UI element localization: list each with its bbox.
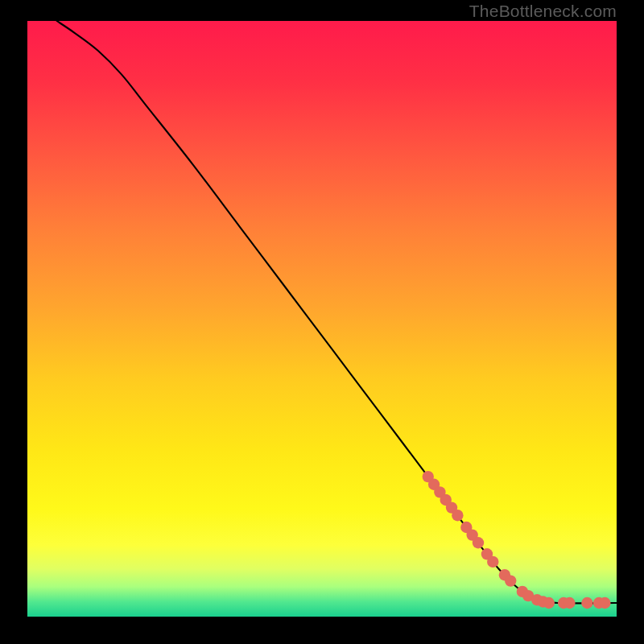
data-point <box>581 597 592 609</box>
gradient-background <box>27 21 617 617</box>
data-point <box>487 556 498 568</box>
data-point <box>599 597 610 609</box>
watermark-text: TheBottleneck.com <box>469 2 617 21</box>
data-point <box>564 597 575 609</box>
chart-container: TheBottleneck.com <box>0 0 644 644</box>
chart-svg <box>27 21 617 617</box>
data-point <box>505 575 516 586</box>
data-point <box>543 597 555 609</box>
plot-area <box>27 21 617 617</box>
data-point <box>473 537 484 548</box>
data-point <box>452 510 463 521</box>
